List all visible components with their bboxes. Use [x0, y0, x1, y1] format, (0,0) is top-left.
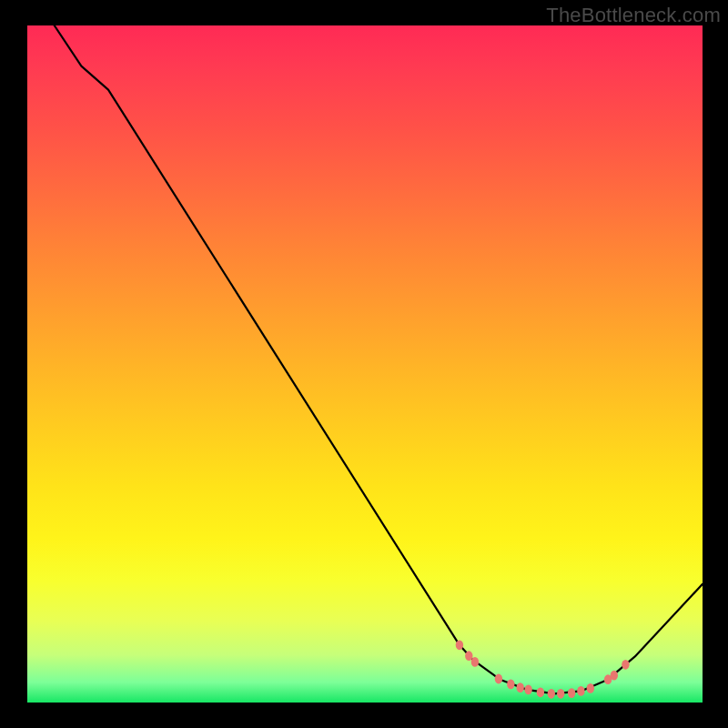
curve-marker — [471, 657, 479, 667]
chart-frame: TheBottleneck.com — [0, 0, 728, 728]
curve-marker — [611, 671, 618, 681]
curve-marker — [495, 674, 502, 684]
curve-marker — [524, 685, 531, 695]
curve-marker — [507, 680, 514, 690]
bottleneck-curve — [55, 25, 703, 693]
curve-marker — [622, 660, 629, 670]
curve-marker — [456, 640, 463, 650]
curve-marker — [587, 683, 594, 693]
curve-svg — [27, 25, 703, 703]
watermark-text: TheBottleneck.com — [546, 4, 721, 27]
curve-marker — [537, 687, 544, 697]
curve-marker — [577, 686, 584, 696]
curve-marker — [517, 682, 524, 693]
plot-area — [27, 25, 703, 703]
curve-marker — [568, 688, 575, 698]
curve-marker — [548, 689, 555, 699]
curve-marker — [557, 689, 564, 699]
curve-marker — [465, 651, 472, 661]
curve-markers — [456, 640, 630, 698]
